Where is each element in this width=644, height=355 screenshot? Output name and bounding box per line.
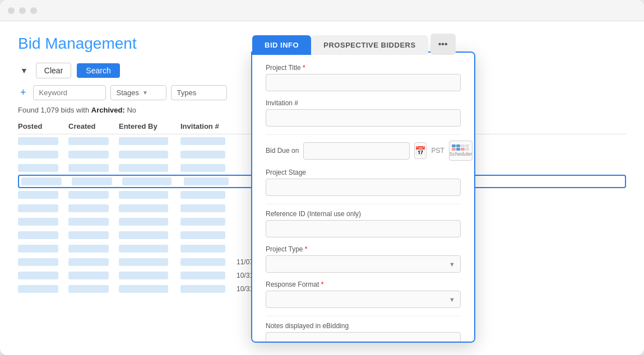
cell-invitation <box>180 245 225 253</box>
cell-invitation <box>180 272 225 279</box>
title-bar <box>0 0 644 21</box>
response-format-group: Response Format * ▼ <box>266 281 461 308</box>
search-button[interactable]: Search <box>77 63 119 78</box>
cell-invitation <box>180 151 225 158</box>
tab-more-button[interactable]: ••• <box>430 34 456 55</box>
cell-entered-by <box>119 164 168 172</box>
cell-entered-by <box>119 272 168 279</box>
cell-entered-by <box>119 151 168 158</box>
cell-created <box>68 231 109 239</box>
bid-due-timezone: PST <box>431 147 444 155</box>
tabs-bar: BID INFO PROSPECTIVE BIDDERS ••• <box>252 34 456 55</box>
cell-created <box>72 178 112 185</box>
add-filter-button[interactable]: + <box>18 87 29 99</box>
app-window: Bid Management ▼ Clear Search + Stages ▼… <box>0 0 644 355</box>
response-format-label: Response Format * <box>266 281 461 288</box>
cell-created <box>68 272 109 279</box>
scheduler-label: Scheduler <box>450 151 472 157</box>
cell-invitation <box>180 191 225 199</box>
scheduler-button[interactable]: Scheduler <box>449 141 473 161</box>
cell-created <box>68 204 109 212</box>
main-content: Bid Management ▼ Clear Search + Stages ▼… <box>0 21 644 355</box>
cell-entered-by <box>119 285 168 293</box>
cell-created <box>68 137 109 145</box>
types-dropdown[interactable]: Types <box>171 85 227 100</box>
notes-label: Notes displayed in eBidding <box>266 322 461 330</box>
traffic-light-green <box>30 7 37 14</box>
reference-id-input[interactable] <box>266 220 461 237</box>
calendar-icon[interactable]: 📅 <box>414 142 427 159</box>
reference-id-group: Reference ID (Internal use only) <box>266 210 461 237</box>
project-stage-group: Project Stage <box>266 169 461 196</box>
project-title-label: Project Title * <box>266 64 461 72</box>
cell-created <box>68 151 109 158</box>
cell-posted <box>18 204 58 212</box>
cell-entered-by <box>119 258 168 266</box>
invitation-group: Invitation # <box>266 99 461 127</box>
cell-invitation <box>180 204 225 212</box>
stages-dropdown[interactable]: Stages ▼ <box>110 85 166 100</box>
cell-invitation <box>180 164 225 172</box>
stages-arrow-icon: ▼ <box>142 90 148 96</box>
cell-invitation <box>180 258 225 266</box>
cell-posted <box>18 231 58 239</box>
cell-entered-by <box>119 191 168 199</box>
bid-due-input[interactable] <box>303 142 410 160</box>
invitation-input[interactable] <box>266 109 461 127</box>
cell-entered-by <box>119 231 168 239</box>
cell-invitation <box>180 231 225 239</box>
cell-created <box>68 164 109 172</box>
col-posted: Posted <box>18 122 68 130</box>
project-type-select[interactable] <box>266 255 461 273</box>
modal-panel: Project Title * Invitation # Bid Due on … <box>251 52 475 343</box>
response-format-select[interactable] <box>266 291 461 308</box>
tab-bid-info[interactable]: BID INFO <box>252 35 311 55</box>
col-created: Created <box>68 122 119 130</box>
cell-entered-by <box>119 218 168 226</box>
chevron-button[interactable]: ▼ <box>18 64 30 77</box>
cell-posted <box>18 272 58 279</box>
reference-id-label: Reference ID (Internal use only) <box>266 210 461 218</box>
scheduler-icon <box>452 144 469 151</box>
cell-created <box>68 258 109 266</box>
cell-invitation <box>180 285 225 293</box>
col-invitation: Invitation # <box>180 122 237 130</box>
cell-posted <box>21 178 62 185</box>
cell-entered-by <box>119 245 168 253</box>
cell-posted <box>18 191 58 199</box>
cell-entered-by <box>122 178 172 185</box>
cell-posted <box>18 285 58 293</box>
cell-created <box>68 191 109 199</box>
project-title-group: Project Title * <box>266 64 461 91</box>
invitation-label: Invitation # <box>266 99 461 107</box>
clear-button[interactable]: Clear <box>36 63 71 78</box>
project-title-input[interactable] <box>266 74 461 91</box>
cell-posted <box>18 137 58 145</box>
project-stage-input[interactable] <box>266 179 461 196</box>
keyword-input[interactable] <box>33 85 106 100</box>
divider <box>266 204 461 204</box>
traffic-light-red <box>8 7 15 14</box>
cell-created <box>68 218 109 226</box>
cell-posted <box>18 164 58 172</box>
divider <box>266 316 461 316</box>
notes-textarea[interactable] <box>266 332 461 343</box>
response-format-wrapper: ▼ <box>266 291 461 308</box>
project-type-group: Project Type * ▼ <box>266 245 461 273</box>
cell-invitation <box>180 137 225 145</box>
cell-posted <box>18 258 58 266</box>
cell-posted <box>18 151 58 158</box>
cell-entered-by <box>119 204 168 212</box>
cell-invitation <box>180 218 225 226</box>
tab-prospective-bidders[interactable]: PROSPECTIVE BIDDERS <box>311 35 428 55</box>
cell-invitation <box>184 178 229 185</box>
bid-due-row: Bid Due on 📅 PST Scheduler <box>266 141 461 161</box>
col-entered-by: Entered By <box>119 122 180 130</box>
cell-entered-by <box>119 137 168 145</box>
cell-created <box>68 245 109 253</box>
divider <box>266 134 461 135</box>
bid-due-label: Bid Due on <box>266 147 299 155</box>
project-stage-label: Project Stage <box>266 169 461 176</box>
cell-created <box>68 285 109 293</box>
notes-group: Notes displayed in eBidding <box>266 322 461 343</box>
